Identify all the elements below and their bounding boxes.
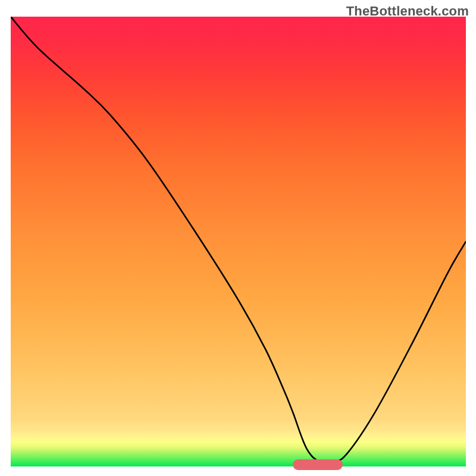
bottleneck-curve-path <box>11 17 466 464</box>
chart-wrapper: TheBottleneck.com <box>0 0 476 476</box>
bottleneck-curve-svg <box>11 17 466 466</box>
optimal-range-marker <box>293 459 343 470</box>
plot-area <box>11 17 466 466</box>
